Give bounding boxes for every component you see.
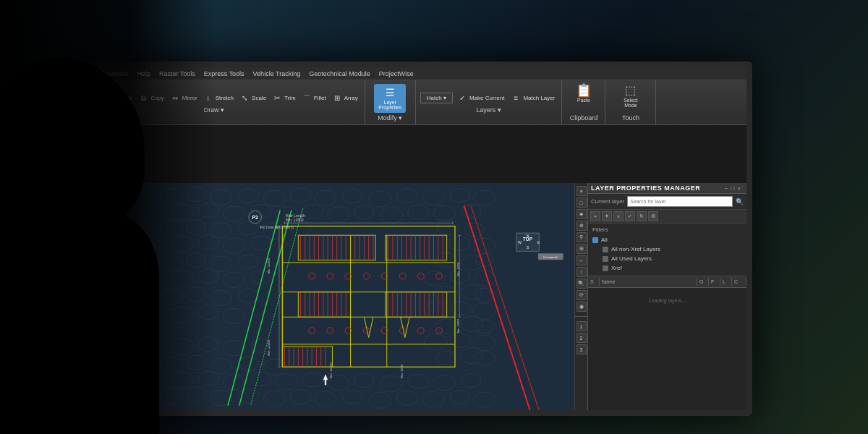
col-color: C <box>732 278 746 286</box>
layer-properties-panel: LAYER PROPERTIES MANAGER − □ × Current l… <box>587 183 746 410</box>
scene: Autodesk InfraWorks Help Raster Tools Ex… <box>0 0 868 434</box>
rt-btn-5[interactable]: ⚲ <box>576 232 587 242</box>
array-btn[interactable]: ⊞Array <box>329 92 360 105</box>
stretch-btn[interactable]: ↕Stretch <box>200 92 236 105</box>
close-btn[interactable]: × <box>737 185 741 192</box>
layer-search-input[interactable] <box>627 196 733 207</box>
maximize-btn[interactable]: □ <box>731 185 734 192</box>
layers-label: Layers ▾ <box>476 106 501 114</box>
col-name: Name <box>600 278 697 286</box>
filter-xref[interactable]: Xref <box>592 263 742 273</box>
panel-title: LAYER PROPERTIES MANAGER <box>591 184 700 192</box>
rt-btn-7[interactable]: ↔ <box>576 255 587 265</box>
menu-geotechnical[interactable]: Geotechnical Module <box>305 67 375 80</box>
menu-projectwise[interactable]: ProjectWise <box>375 67 418 80</box>
toolbar-section-hatch: Hatch ▾ ✓Make Current ≡Match Layer Layer… <box>416 80 563 124</box>
rt-btn-10[interactable]: ◉ <box>576 302 587 312</box>
paste-btn[interactable]: 📋 Paste <box>575 84 592 113</box>
paste-icon: 📋 <box>578 85 590 96</box>
rt-btn-9[interactable]: ⟳ <box>576 290 587 300</box>
new-layer-btn[interactable]: + <box>590 211 600 221</box>
menu-help[interactable]: Help <box>132 67 155 80</box>
stretch-icon: ↕ <box>203 93 214 104</box>
rt-btn-zoom[interactable]: 🔍 <box>576 278 587 289</box>
rt-btn-1[interactable]: ≡ <box>576 186 587 196</box>
main-area: P2 Min. 11800 Weir Length TOP N E W S U <box>64 125 746 410</box>
svg-text:Weir Length: Weir Length <box>286 213 305 218</box>
filter-xref-dot <box>603 265 608 271</box>
svg-text:Min. 6200: Min. 6200 <box>456 262 460 276</box>
rt-btn-2[interactable]: □ <box>576 197 587 208</box>
layer-panel-toolbar: + ✦ × ✓ ↻ ⚙ <box>588 210 746 224</box>
draw-label: Draw ▾ <box>204 106 225 114</box>
minimize-btn[interactable]: − <box>725 185 728 192</box>
svg-text:Unnamed: Unnamed <box>543 255 558 259</box>
select-mode-btn[interactable]: ⬚ SelectMode <box>621 84 639 113</box>
hatch-chevron: ▾ <box>443 95 446 101</box>
rt-btn-11[interactable]: 1 <box>576 321 587 331</box>
rt-btn-8[interactable]: ↕ <box>576 267 587 277</box>
svg-text:400 (note 5): 400 (note 5) <box>276 226 294 229</box>
set-current-btn[interactable]: ✓ <box>625 211 635 221</box>
new-layer-vp-btn[interactable]: ✦ <box>602 211 612 221</box>
svg-text:S: S <box>527 245 529 250</box>
modify-label: Modify ▾ <box>378 114 402 122</box>
body-silhouette <box>0 210 159 434</box>
settings-btn[interactable]: ⚙ <box>648 211 658 221</box>
svg-text:W: W <box>518 240 522 244</box>
filter-non-xref[interactable]: All non-Xref Layers <box>592 244 742 254</box>
toolbar-section-layers: ☰ LayerProperties Modify ▾ <box>365 80 416 124</box>
copy-btn[interactable]: ⧉ Copy <box>135 92 166 105</box>
scale-icon: ⤡ <box>239 93 250 104</box>
svg-text:P2: P2 <box>252 215 258 220</box>
delete-layer-btn[interactable]: × <box>613 211 624 221</box>
svg-text:Min. 12400: Min. 12400 <box>267 258 271 273</box>
match-layer-icon: ≡ <box>510 93 522 104</box>
array-icon: ⊞ <box>331 93 343 104</box>
menubar: Autodesk InfraWorks Help Raster Tools Ex… <box>64 67 746 80</box>
rt-btn-3[interactable]: ◈ <box>576 209 587 219</box>
svg-text:Min. 12400: Min. 12400 <box>267 339 271 355</box>
rt-btn-6[interactable]: ⊞ <box>576 244 587 254</box>
match-layer-btn[interactable]: ≡Match Layer <box>508 92 557 105</box>
mirror-btn[interactable]: ⇔Mirror <box>167 92 200 105</box>
filter-used-layers[interactable]: All Used Layers <box>592 254 742 263</box>
refresh-btn[interactable]: ↻ <box>637 211 647 221</box>
menu-rastertools[interactable]: Raster Tools <box>155 67 200 80</box>
menu-expresstools[interactable]: Express Tools <box>200 67 249 80</box>
layer-list: S Name O F L C Loading layers... <box>588 276 746 410</box>
menu-vehicletracking[interactable]: Vehicle Tracking <box>249 67 305 80</box>
filter-used-dot <box>603 256 608 262</box>
col-on: O <box>697 278 709 286</box>
rt-divider <box>575 316 587 317</box>
select-mode-icon: ⬚ <box>625 85 637 96</box>
hatch-dropdown[interactable]: Hatch ▾ <box>420 93 453 103</box>
filter-all[interactable]: All <box>592 235 742 244</box>
trim-icon: ✂ <box>271 93 283 104</box>
right-edge-toolbar: ≡ □ ◈ ⊕ ⚲ ⊞ ↔ ↕ 🔍 ⟳ ◉ 1 2 3 <box>574 183 587 410</box>
rt-btn-13[interactable]: 3 <box>576 344 587 354</box>
monitor-frame: Autodesk InfraWorks Help Raster Tools Ex… <box>58 61 752 416</box>
make-current-btn[interactable]: ✓Make Current <box>454 92 506 105</box>
fillet-btn[interactable]: ⌒Fillet <box>299 92 328 105</box>
rt-btn-4[interactable]: ⊕ <box>576 221 587 231</box>
layer-list-empty: Loading layers... <box>588 295 746 306</box>
rt-btn-12[interactable]: 2 <box>576 333 587 343</box>
svg-text:Min. 6200: Min. 6200 <box>456 318 460 333</box>
window-controls: − □ × <box>722 185 744 192</box>
col-status: S <box>588 278 600 286</box>
svg-text:Min. 12400: Min. 12400 <box>329 362 333 378</box>
scale-btn[interactable]: ⤡Scale <box>237 92 268 105</box>
search-icon[interactable]: 🔍 <box>736 198 744 205</box>
col-freeze: F <box>709 278 720 286</box>
toolbar: ↔Move ↺Rotate ⧉ Copy ⇔Mirror ↕Stretch <box>64 80 746 125</box>
trim-btn[interactable]: ✂Trim <box>269 92 298 105</box>
filter-nonxref-dot <box>603 247 608 252</box>
layer-properties-btn[interactable]: ☰ LayerProperties <box>374 84 406 113</box>
col-lock: L <box>720 278 732 286</box>
mirror-icon: ⇔ <box>169 93 181 104</box>
filters-label: Filters <box>592 226 742 233</box>
layer-properties-icon: ☰ <box>384 87 396 98</box>
svg-text:Min. 6200: Min. 6200 <box>400 364 404 378</box>
clipboard-label: Clipboard <box>570 114 598 122</box>
